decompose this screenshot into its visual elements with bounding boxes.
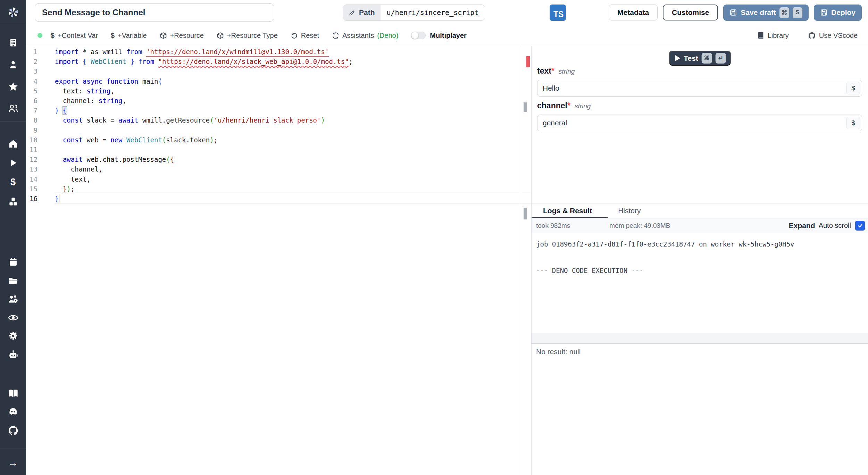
save-icon bbox=[729, 9, 737, 16]
line-number: 8 bbox=[26, 115, 55, 125]
kbd-s: S bbox=[793, 7, 802, 18]
workspace-building-icon[interactable] bbox=[0, 37, 26, 49]
expand-button[interactable]: Expand bbox=[789, 222, 815, 230]
duration-stat: took 982ms bbox=[536, 222, 570, 230]
code-line[interactable]: 13 channel, bbox=[26, 164, 531, 174]
scroll-marker bbox=[524, 102, 527, 112]
package-icon bbox=[160, 32, 167, 39]
code-lines[interactable]: 1import * as wmill from 'https://deno.la… bbox=[26, 47, 531, 203]
add-variable-button[interactable]: $ +Variable bbox=[111, 32, 147, 40]
line-content: import * as wmill from 'https://deno.lan… bbox=[55, 47, 531, 57]
sync-icon bbox=[332, 32, 339, 39]
code-line[interactable]: 8 const slack = await wmill.getResource(… bbox=[26, 115, 531, 125]
code-line[interactable]: 3 bbox=[26, 66, 531, 76]
settings-gear-icon[interactable] bbox=[0, 330, 26, 342]
code-line[interactable]: 16} bbox=[26, 194, 531, 203]
add-resource-type-button[interactable]: +Resource Type bbox=[217, 32, 278, 40]
docs-book-icon[interactable] bbox=[0, 388, 26, 399]
required-asterisk: * bbox=[567, 101, 570, 110]
variables-dollar-icon[interactable]: $ bbox=[0, 176, 26, 188]
sidebar-divider bbox=[0, 122, 26, 122]
user-icon[interactable] bbox=[0, 59, 26, 70]
save-draft-button[interactable]: Save draft ⌘ S bbox=[723, 5, 809, 21]
script-title: Send Message to Channel bbox=[42, 8, 145, 17]
text-field-value: Hello bbox=[543, 84, 559, 92]
audit-eye-icon[interactable] bbox=[0, 312, 26, 324]
multiplayer-toggle[interactable] bbox=[411, 32, 426, 39]
logs-section: Logs & Result History took 982ms mem pea… bbox=[532, 203, 868, 277]
code-line[interactable]: 9 bbox=[26, 125, 531, 135]
add-resource-button[interactable]: +Resource bbox=[160, 32, 204, 40]
use-vscode-button[interactable]: Use VScode bbox=[808, 32, 858, 40]
windmill-logo-icon bbox=[6, 6, 20, 19]
line-content: const slack = await wmill.getResource('u… bbox=[55, 115, 531, 125]
workers-users-gear-icon[interactable] bbox=[0, 293, 26, 305]
insert-variable-button[interactable]: $ bbox=[846, 117, 860, 129]
tab-logs-result[interactable]: Logs & Result bbox=[532, 203, 608, 218]
expand-sidebar-arrow-icon[interactable]: → bbox=[0, 457, 26, 469]
path-pill[interactable]: Path u/henri/sincere_script bbox=[343, 5, 485, 21]
line-number: 11 bbox=[26, 145, 55, 155]
line-content: ) { bbox=[55, 106, 531, 115]
field-type: string bbox=[575, 102, 591, 110]
resources-cubes-icon[interactable] bbox=[0, 196, 26, 208]
channel-field-input[interactable]: general $ bbox=[537, 115, 862, 131]
home-icon[interactable] bbox=[0, 138, 26, 150]
code-line[interactable]: 4export async function main( bbox=[26, 76, 531, 86]
field-label-text: text* string bbox=[537, 66, 575, 76]
deploy-button[interactable]: Deploy bbox=[814, 5, 862, 21]
line-content: text: string, bbox=[55, 86, 531, 96]
sidebar-divider bbox=[0, 449, 26, 449]
code-line[interactable]: 1import * as wmill from 'https://deno.la… bbox=[26, 47, 531, 57]
editor-toolbar: $ +Context Var $ +Variable +Resource +Re… bbox=[26, 25, 868, 46]
package-icon bbox=[217, 32, 224, 39]
runs-play-icon[interactable] bbox=[0, 157, 26, 169]
github-icon bbox=[808, 32, 816, 40]
log-output: job 018963f2-a317-d81f-f1f0-e3cc23418747… bbox=[532, 233, 868, 277]
folders-icon[interactable] bbox=[0, 275, 26, 286]
line-content: channel: string, bbox=[55, 96, 531, 106]
editor-overview-ruler[interactable] bbox=[522, 46, 531, 475]
autoscroll-checkbox[interactable] bbox=[855, 221, 865, 231]
logs-bottom-strip bbox=[532, 333, 868, 343]
test-button[interactable]: Test ⌘ ↵ bbox=[669, 51, 731, 66]
tab-history[interactable]: History bbox=[608, 203, 651, 218]
code-line[interactable]: 15 }); bbox=[26, 184, 531, 194]
customise-button[interactable]: Customise bbox=[663, 5, 718, 20]
pencil-icon bbox=[349, 9, 356, 16]
insert-variable-button[interactable]: $ bbox=[846, 82, 860, 94]
code-line[interactable]: 5 text: string, bbox=[26, 86, 531, 96]
robot-icon[interactable] bbox=[0, 349, 26, 361]
code-line[interactable]: 6 channel: string, bbox=[26, 96, 531, 106]
header-actions: Metadata Customise Save draft ⌘ S Deploy bbox=[609, 5, 868, 21]
result-splitter[interactable] bbox=[532, 343, 868, 344]
windmill-logo[interactable] bbox=[0, 0, 26, 25]
code-line[interactable]: 10 const web = new WebClient(slack.token… bbox=[26, 135, 531, 145]
script-title-input[interactable]: Send Message to Channel bbox=[35, 3, 274, 22]
code-line[interactable]: 7) { bbox=[26, 106, 531, 115]
assistants-button[interactable]: Assistants (Deno) bbox=[332, 32, 398, 40]
path-label-section: Path bbox=[343, 5, 381, 20]
code-editor[interactable]: 1import * as wmill from 'https://deno.la… bbox=[26, 46, 531, 475]
line-number: 10 bbox=[26, 135, 55, 145]
logs-tabs: Logs & Result History bbox=[532, 203, 868, 218]
assistants-language: (Deno) bbox=[377, 32, 398, 40]
github-icon[interactable] bbox=[0, 425, 26, 436]
schedules-calendar-icon[interactable] bbox=[0, 256, 26, 268]
line-number: 9 bbox=[26, 125, 55, 135]
line-number: 4 bbox=[26, 76, 55, 86]
code-line[interactable]: 14 text, bbox=[26, 174, 531, 184]
code-line[interactable]: 11 bbox=[26, 145, 531, 155]
library-button[interactable]: Library bbox=[757, 32, 789, 40]
typescript-badge: TS bbox=[550, 5, 566, 21]
reset-button[interactable]: Reset bbox=[291, 32, 319, 40]
groups-icon[interactable] bbox=[0, 102, 26, 114]
code-line[interactable]: 2import { WebClient } from "https://deno… bbox=[26, 57, 531, 66]
text-field-input[interactable]: Hello $ bbox=[537, 80, 862, 97]
add-context-var-button[interactable]: $ +Context Var bbox=[51, 32, 98, 40]
code-line[interactable]: 12 await web.chat.postMessage({ bbox=[26, 155, 531, 164]
metadata-button[interactable]: Metadata bbox=[609, 5, 658, 20]
discord-icon[interactable] bbox=[0, 406, 26, 418]
line-content: await web.chat.postMessage({ bbox=[55, 155, 531, 164]
favorites-star-icon[interactable] bbox=[0, 81, 26, 92]
